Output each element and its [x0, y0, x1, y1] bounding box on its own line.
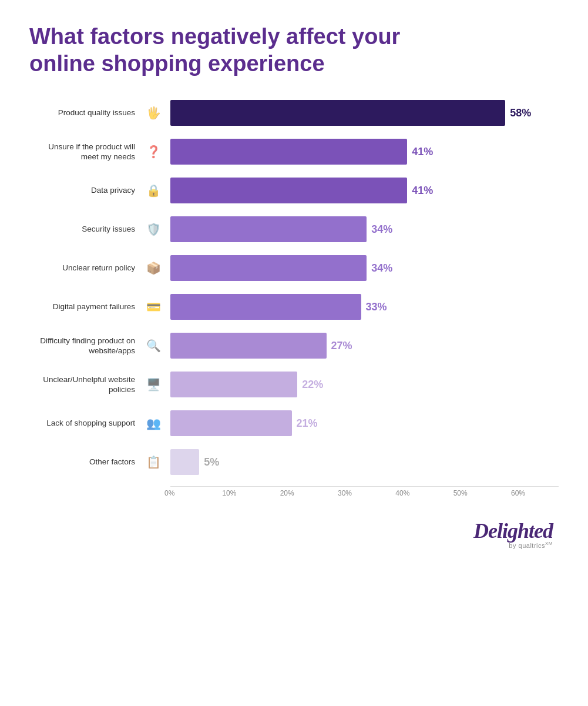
axis-line [170, 486, 559, 487]
bar-icon-3: 🛡️ [141, 222, 166, 236]
bar-fill-4 [170, 255, 367, 281]
bar-label-6: Difficulty finding product on website/ap… [29, 336, 141, 356]
axis-label-4: 40% [395, 489, 409, 497]
bar-fill-6 [170, 333, 327, 359]
bar-value-0: 58% [510, 107, 531, 119]
bar-label-9: Other factors [29, 457, 141, 467]
bar-label-5: Digital payment failures [29, 302, 141, 312]
bar-row-7: Unclear/Unhelpful website policies🖥️22% [29, 366, 559, 403]
bar-value-7: 22% [302, 379, 323, 391]
bar-row-3: Security issues🛡️34% [29, 211, 559, 247]
brand-qualtrics-text: by qualtricsXM [509, 541, 553, 549]
chart-title: What factors negatively affect your onli… [29, 24, 411, 77]
axis-label-0: 0% [164, 489, 174, 497]
bar-fill-2 [170, 178, 407, 203]
bar-fill-7 [170, 372, 297, 397]
bar-label-0: Product quality issues [29, 108, 141, 118]
bar-container-2: 41% [166, 178, 559, 203]
bar-fill-9 [170, 449, 199, 475]
bar-icon-0: 🖐️ [141, 106, 166, 120]
bar-icon-5: 💳 [141, 300, 166, 314]
bar-value-4: 34% [371, 262, 392, 275]
bar-icon-7: 🖥️ [141, 377, 166, 392]
bar-container-7: 22% [166, 372, 559, 397]
bar-label-2: Data privacy [29, 185, 141, 196]
bar-value-5: 33% [366, 301, 387, 313]
bar-row-0: Product quality issues🖐️58% [29, 95, 559, 131]
brand-delighted-text: Delighted [473, 518, 553, 543]
bar-row-9: Other factors📋5% [29, 444, 559, 480]
bar-row-2: Data privacy🔒41% [29, 172, 559, 209]
bar-container-0: 58% [166, 100, 559, 126]
bar-row-1: Unsure if the product will meet my needs… [29, 133, 559, 170]
bar-value-2: 41% [412, 185, 433, 197]
bar-fill-1 [170, 139, 407, 165]
bar-container-3: 34% [166, 216, 559, 242]
bar-container-9: 5% [166, 449, 559, 475]
bar-label-4: Unclear return policy [29, 263, 141, 273]
bar-label-8: Lack of shopping support [29, 418, 141, 429]
bar-icon-2: 🔒 [141, 183, 166, 198]
bar-row-8: Lack of shopping support👥21% [29, 405, 559, 441]
bar-value-3: 34% [371, 223, 392, 236]
bar-icon-1: ❓ [141, 145, 166, 159]
bar-container-4: 34% [166, 255, 559, 281]
bar-icon-9: 📋 [141, 455, 166, 469]
bar-value-1: 41% [412, 146, 433, 158]
axis-labels: 0%10%20%30%40%50%60% [170, 489, 559, 501]
branding: Delighted by qualtricsXM [29, 518, 553, 549]
axis-label-6: 60% [511, 489, 525, 497]
bar-icon-8: 👥 [141, 416, 166, 430]
axis-label-5: 50% [453, 489, 468, 497]
bar-container-6: 27% [166, 333, 559, 359]
bar-fill-8 [170, 410, 292, 436]
bar-fill-5 [170, 294, 361, 320]
bar-row-5: Digital payment failures💳33% [29, 289, 559, 325]
axis-label-2: 20% [280, 489, 294, 497]
bar-label-3: Security issues [29, 224, 141, 235]
bar-label-1: Unsure if the product will meet my needs [29, 142, 141, 162]
bar-fill-0 [170, 100, 505, 126]
bar-icon-6: 🔍 [141, 339, 166, 353]
bar-value-8: 21% [297, 417, 318, 430]
chart-area: Product quality issues🖐️58%Unsure if the… [29, 95, 559, 483]
axis-label-3: 30% [338, 489, 352, 497]
bar-label-7: Unclear/Unhelpful website policies [29, 374, 141, 395]
axis-label-1: 10% [222, 489, 236, 497]
bar-fill-3 [170, 216, 367, 242]
bar-value-9: 5% [204, 456, 219, 469]
bar-container-8: 21% [166, 410, 559, 436]
bar-value-6: 27% [331, 340, 352, 352]
bar-row-6: Difficulty finding product on website/ap… [29, 327, 559, 364]
bar-container-5: 33% [166, 294, 559, 320]
bar-icon-4: 📦 [141, 261, 166, 275]
bar-row-4: Unclear return policy📦34% [29, 250, 559, 286]
bar-container-1: 41% [166, 139, 559, 165]
